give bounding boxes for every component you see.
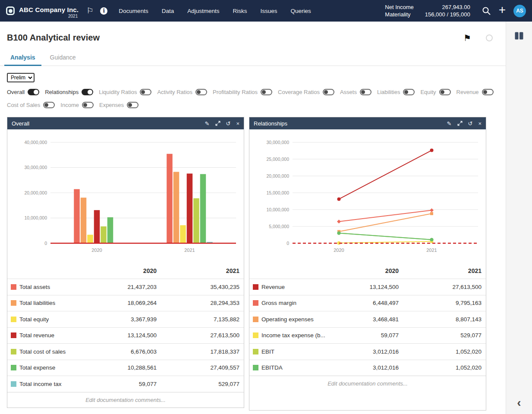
panel-toolbar: ✎↺× xyxy=(447,121,482,126)
info-icon[interactable]: i xyxy=(100,7,107,15)
panel-header: Overall✎↺× xyxy=(7,117,244,129)
toggle-overall[interactable] xyxy=(28,89,39,95)
table-row: EBIT3,012,0161,052,020 xyxy=(249,343,486,360)
nav-link-documents[interactable]: Documents xyxy=(119,8,148,14)
filter-label: Expenses xyxy=(99,102,124,108)
row-label: EBIT xyxy=(261,348,274,355)
edit-comments[interactable]: Edit documentation comments... xyxy=(249,376,486,391)
toggle-income[interactable] xyxy=(82,102,94,108)
refresh-icon[interactable]: ↺ xyxy=(468,121,473,126)
refresh-icon[interactable]: ↺ xyxy=(226,121,231,126)
svg-text:5,000,000: 5,000,000 xyxy=(269,224,289,229)
toggle-cost-of-sales[interactable] xyxy=(43,102,55,108)
table-row: Gross margin6,448,4979,795,163 xyxy=(249,295,486,311)
flag-icon[interactable]: ⚐ xyxy=(86,6,93,16)
panel-relationships: Relationships✎↺×05,000,00010,000,00015,0… xyxy=(249,117,486,411)
edit-icon[interactable]: ✎ xyxy=(447,121,452,126)
svg-text:2020: 2020 xyxy=(334,248,344,253)
close-icon[interactable]: × xyxy=(478,121,482,126)
svg-text:2021: 2021 xyxy=(184,248,195,253)
toggle-expenses[interactable] xyxy=(127,102,139,108)
row-value: 3,012,016 xyxy=(331,348,399,355)
filter-label: Activity Ratios xyxy=(157,89,192,95)
nav-links: DocumentsDataAdjustmentsRisksIssuesQueri… xyxy=(119,8,311,14)
row-label-cell: Total cost of sales xyxy=(11,348,88,355)
flag-icon[interactable]: ⚑ xyxy=(463,34,471,42)
toggle-liquidity-ratios[interactable] xyxy=(140,89,151,95)
table-row: EBITDA3,012,0161,052,020 xyxy=(249,360,486,376)
svg-text:0: 0 xyxy=(286,241,289,246)
row-label-cell: Total revenue xyxy=(11,332,88,339)
metric-label-net-income: Net Income xyxy=(385,4,413,10)
column-spacer xyxy=(11,267,88,274)
svg-text:15,000,000: 15,000,000 xyxy=(266,190,289,195)
filter-revenue: Revenue xyxy=(456,89,494,95)
avatar[interactable]: AS xyxy=(513,5,526,17)
svg-text:20,000,000: 20,000,000 xyxy=(24,190,47,195)
filter-income: Income xyxy=(60,102,94,108)
row-label: Operating expenses xyxy=(261,316,314,323)
metric-value-materiality: 156,000 / 195,000 xyxy=(425,11,470,18)
row-label: EBITDA xyxy=(261,364,283,371)
row-label-cell: EBIT xyxy=(253,348,331,355)
search-icon[interactable] xyxy=(482,6,491,16)
nav-link-queries[interactable]: Queries xyxy=(291,8,311,14)
toggle-liabilities[interactable] xyxy=(403,89,415,95)
document-pane-icon[interactable] xyxy=(515,32,523,41)
toggle-profitability-ratios[interactable] xyxy=(261,89,272,95)
svg-text:30,000,000: 30,000,000 xyxy=(266,140,289,145)
add-icon[interactable]: + xyxy=(499,4,506,17)
row-value: 18,069,264 xyxy=(88,300,157,306)
toggle-activity-ratios[interactable] xyxy=(195,89,207,95)
row-label-cell: Total expense xyxy=(11,364,88,371)
row-value: 7,135,882 xyxy=(157,316,239,323)
signoff-circle-icon[interactable] xyxy=(486,34,493,41)
toggle-relationships[interactable] xyxy=(82,89,93,95)
toggle-equity[interactable] xyxy=(439,89,451,95)
svg-text:20,000,000: 20,000,000 xyxy=(266,173,289,179)
collapse-chevron-icon[interactable]: ‹ xyxy=(517,396,521,410)
engagement-selector[interactable]: ABC Company Inc. 2021 xyxy=(19,6,79,19)
row-value: 28,294,353 xyxy=(157,300,239,306)
app-logo-icon[interactable] xyxy=(6,6,15,15)
edit-icon[interactable]: ✎ xyxy=(205,121,210,126)
filter-label: Equity xyxy=(420,89,436,95)
right-rail: ‹ xyxy=(506,22,532,414)
filter-overall: Overall xyxy=(7,89,39,95)
panel-overall: Overall✎↺×010,000,00020,000,00030,000,00… xyxy=(7,117,244,408)
tab-bar: AnalysisGuidance xyxy=(0,51,506,66)
nav-link-data[interactable]: Data xyxy=(162,8,174,14)
panels: Overall✎↺×010,000,00020,000,00030,000,00… xyxy=(0,108,506,411)
toggle-coverage-ratios[interactable] xyxy=(323,89,334,95)
svg-text:10,000,000: 10,000,000 xyxy=(266,207,289,212)
period-select[interactable]: Prelim xyxy=(7,73,35,82)
column-header-2021: 2021 xyxy=(399,267,482,274)
nav-link-risks[interactable]: Risks xyxy=(233,8,247,14)
svg-text:25,000,000: 25,000,000 xyxy=(266,157,289,162)
row-value: 8,807,143 xyxy=(399,316,482,323)
row-label: Revenue xyxy=(261,284,285,290)
toggle-revenue[interactable] xyxy=(482,89,494,95)
edit-comments[interactable]: Edit documentation comments... xyxy=(7,392,244,408)
row-label-cell: EBITDA xyxy=(253,364,331,371)
table-row: Operating expenses3,468,4818,807,143 xyxy=(249,311,486,327)
table-row: Income tax expense (b...59,077529,077 xyxy=(249,327,486,344)
tab-guidance[interactable]: Guidance xyxy=(44,51,82,66)
main-content: B100 Analytical review ⚑ AnalysisGuidanc… xyxy=(0,22,506,411)
top-navbar: ABC Company Inc. 2021 ⚐ i DocumentsDataA… xyxy=(0,0,532,22)
filter-label: Assets xyxy=(340,89,357,95)
expand-icon[interactable] xyxy=(215,121,220,126)
tab-analysis[interactable]: Analysis xyxy=(4,51,41,66)
line-chart: 05,000,00010,000,00015,000,00020,000,000… xyxy=(249,129,486,259)
row-value: 21,437,203 xyxy=(88,284,157,290)
close-icon[interactable]: × xyxy=(236,121,239,126)
toggle-row-2: Cost of SalesIncomeExpenses xyxy=(7,102,499,108)
toggle-assets[interactable] xyxy=(360,89,371,95)
table-row: Total equity3,367,9397,135,882 xyxy=(7,311,244,327)
series-swatch xyxy=(253,332,258,338)
row-value: 3,367,939 xyxy=(88,316,157,323)
expand-icon[interactable] xyxy=(457,121,463,126)
nav-link-adjustments[interactable]: Adjustments xyxy=(187,8,219,14)
nav-link-issues[interactable]: Issues xyxy=(260,8,277,14)
row-value: 35,430,235 xyxy=(157,284,239,290)
